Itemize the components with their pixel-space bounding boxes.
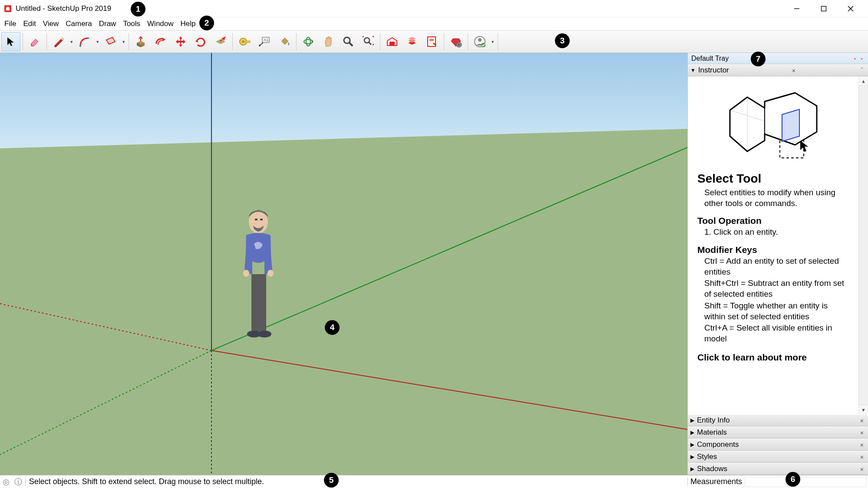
menu-tools[interactable]: Tools	[120, 19, 143, 29]
close-icon	[847, 5, 854, 12]
panel-close-icon[interactable]: ×	[858, 465, 865, 473]
tray-pin-icon[interactable]: ▪	[852, 56, 858, 61]
tape-icon	[238, 35, 251, 48]
tool-account[interactable]	[470, 32, 489, 51]
tool-account-dropdown[interactable]: ▾	[490, 39, 496, 45]
tool-move[interactable]	[171, 32, 190, 51]
tool-arc-dropdown[interactable]: ▾	[95, 39, 101, 45]
panel-close-icon[interactable]: ×	[858, 429, 865, 436]
disclosure-right-icon: ▶	[690, 442, 694, 448]
minimize-icon	[793, 5, 800, 12]
panel-materials-title: Materials	[697, 428, 727, 437]
status-text: Select objects. Shift to extend select. …	[26, 477, 264, 486]
geolocation-icon[interactable]: ◎	[0, 477, 12, 487]
toolbar-separator	[23, 33, 23, 50]
text-icon: A1	[258, 35, 271, 48]
instructor-op-title: Tool Operation	[697, 216, 849, 226]
panel-shadows-title: Shadows	[697, 465, 727, 473]
tool-zoom[interactable]	[339, 32, 358, 51]
menu-bar: File Edit View Camera Draw Tools Window …	[0, 17, 868, 30]
panel-close-icon[interactable]: ×	[858, 441, 865, 449]
svg-point-6	[87, 37, 89, 39]
svg-rect-2	[822, 6, 826, 11]
instructor-op-1: 1. Click on an entity.	[697, 227, 849, 238]
tool-layout[interactable]	[422, 32, 442, 51]
panel-components-title: Components	[697, 440, 739, 449]
tool-zoom-extents[interactable]	[359, 32, 378, 51]
credits-icon[interactable]: ⓘ	[12, 477, 24, 487]
tray-close-icon[interactable]: ▪	[859, 56, 865, 61]
scale-icon	[214, 35, 227, 48]
close-button[interactable]	[845, 3, 857, 15]
account-icon	[473, 35, 486, 48]
tool-arc[interactable]	[75, 32, 94, 51]
tool-scale[interactable]	[211, 32, 230, 51]
toolbar-separator	[444, 33, 444, 50]
layout-icon	[426, 35, 439, 48]
menu-window[interactable]: Window	[145, 19, 176, 29]
instructor-content: Select Tool Select entities to modify wh…	[688, 76, 858, 414]
measurements-input[interactable]	[745, 477, 866, 487]
pencil-icon	[53, 36, 65, 48]
instructor-illustration	[697, 84, 849, 168]
tool-extension-manager[interactable]	[446, 32, 465, 51]
panel-materials-header[interactable]: ▶ Materials ×	[688, 426, 868, 439]
menu-view[interactable]: View	[40, 19, 62, 29]
tool-text[interactable]: A1	[255, 32, 274, 51]
panel-styles-title: Styles	[697, 452, 717, 461]
instructor-learn-link[interactable]: Click to learn about more	[697, 352, 849, 363]
svg-rect-36	[255, 219, 257, 220]
tool-pan[interactable]	[319, 32, 338, 51]
panel-entity-info-title: Entity Info	[697, 416, 730, 425]
tool-orbit[interactable]	[299, 32, 318, 51]
menu-draw[interactable]: Draw	[96, 19, 119, 29]
eraser-icon	[29, 36, 41, 48]
panel-close-icon[interactable]: ×	[858, 453, 865, 461]
panel-components-header[interactable]: ▶ Components ×	[688, 439, 868, 451]
window-controls	[791, 3, 865, 15]
tool-eraser[interactable]	[25, 32, 44, 51]
maximize-button[interactable]	[818, 3, 830, 15]
panel-instructor-header[interactable]: ▼ Instructor × ˆ	[688, 64, 868, 76]
cursor-icon	[5, 36, 17, 47]
svg-point-13	[259, 45, 261, 46]
panel-shadows-header[interactable]: ▶ Shadows ×	[688, 463, 868, 475]
tool-rotate[interactable]	[191, 32, 210, 51]
tool-shapes[interactable]	[101, 32, 120, 51]
svg-line-19	[369, 42, 371, 45]
tool-offset[interactable]	[151, 32, 170, 51]
panel-close-icon[interactable]: ×	[858, 417, 865, 424]
menu-file[interactable]: File	[2, 19, 19, 29]
instructor-mod-1: Ctrl = Add an entity to set of selected …	[697, 256, 849, 277]
tool-paint-bucket[interactable]	[275, 32, 294, 51]
callout-4: 4	[325, 320, 340, 335]
svg-point-5	[79, 45, 81, 47]
tray-header[interactable]: Default Tray ▪ ▪	[688, 53, 868, 64]
instructor-mod-2: Shift+Ctrl = Subtract an entity from set…	[697, 278, 849, 299]
minimize-button[interactable]	[791, 3, 803, 15]
panel-entity-info-header[interactable]: ▶ Entity Info ×	[688, 414, 868, 426]
panel-collapse-icon[interactable]: ˆ	[858, 67, 865, 73]
tool-pushpull[interactable]	[131, 32, 150, 51]
menu-help[interactable]: Help	[178, 19, 198, 29]
svg-point-26	[478, 38, 482, 42]
tool-extension-warehouse[interactable]	[403, 32, 422, 51]
menu-edit[interactable]: Edit	[20, 19, 38, 29]
tool-line[interactable]	[49, 32, 68, 51]
menu-camera[interactable]: Camera	[63, 19, 94, 29]
tool-line-dropdown[interactable]: ▾	[69, 39, 75, 45]
tool-select[interactable]	[1, 32, 20, 51]
panel-styles-header[interactable]: ▶ Styles ×	[688, 451, 868, 463]
tool-tape-measure[interactable]	[235, 32, 254, 51]
instructor-scrollbar[interactable]: ▲ ▼	[858, 76, 868, 414]
panel-close-icon[interactable]: ×	[790, 67, 797, 74]
disclosure-right-icon: ▶	[690, 454, 694, 460]
scroll-down-icon[interactable]: ▼	[859, 405, 868, 414]
modeling-viewport[interactable]	[0, 53, 687, 475]
instructor-mod-title: Modifier Keys	[697, 245, 849, 255]
tool-shapes-dropdown[interactable]: ▾	[121, 39, 127, 45]
svg-point-41	[267, 270, 274, 277]
tool-3d-warehouse[interactable]	[383, 32, 402, 51]
callout-5: 5	[324, 473, 339, 488]
scroll-up-icon[interactable]: ▲	[859, 76, 868, 86]
